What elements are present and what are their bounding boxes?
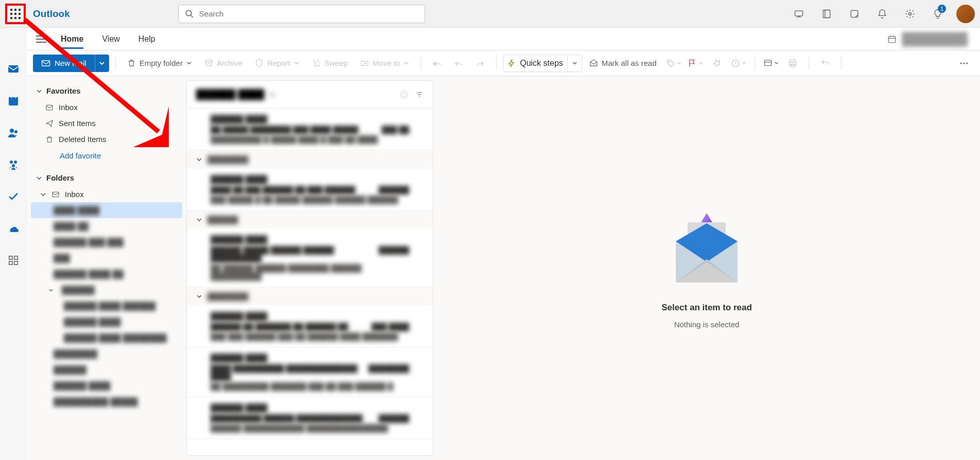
svg-point-36	[14, 161, 17, 164]
favorites-inbox[interactable]: Inbox	[31, 99, 182, 115]
separator	[496, 57, 497, 70]
quick-steps-button[interactable]: Quick steps	[503, 55, 582, 72]
chevron-down-icon	[196, 156, 202, 163]
reply-button[interactable]	[449, 55, 468, 72]
message-group-header[interactable]: ██████	[187, 210, 433, 229]
folders-header[interactable]: Folders	[31, 169, 182, 186]
svg-point-27	[966, 62, 968, 64]
report-button[interactable]: Report	[250, 55, 305, 72]
archive-button[interactable]: Archive	[199, 55, 248, 72]
rail-calendar-icon[interactable]	[3, 91, 24, 111]
subfolder-item[interactable]: ████ ████	[31, 202, 182, 218]
chevron-down-icon	[404, 60, 409, 66]
archive-icon	[204, 59, 213, 67]
subfolder-item[interactable]: ████ ██	[31, 218, 182, 234]
subfolder-item[interactable]: ██████████ █████	[31, 394, 182, 410]
message-item[interactable]: ██████ ████ ██████ ██ ███████ ██ ██████ …	[187, 306, 433, 347]
message-item[interactable]: ██████ ████ ██████████ ██████ ██████████…	[187, 397, 433, 439]
svg-rect-30	[9, 97, 18, 100]
notes-icon[interactable]	[842, 2, 867, 26]
subfolder-item[interactable]: ██████ ███ ███	[31, 234, 182, 250]
onenote-icon[interactable]	[814, 2, 839, 26]
svg-rect-28	[8, 65, 19, 73]
new-mail-button[interactable]: New mail	[33, 55, 95, 72]
rail-todo-icon[interactable]	[3, 186, 24, 207]
lightning-icon	[507, 59, 516, 67]
svg-point-37	[12, 164, 15, 167]
browser-button[interactable]	[761, 55, 781, 72]
empty-folder-button[interactable]: Empty folder	[122, 55, 197, 72]
svg-point-33	[10, 129, 14, 133]
settings-icon[interactable]	[898, 2, 922, 26]
rail-people-icon[interactable]	[3, 122, 24, 143]
mark-all-read-button[interactable]: Mark all as read	[584, 55, 662, 72]
hamburger-menu[interactable]	[31, 35, 51, 43]
print-button[interactable]	[783, 55, 802, 72]
svg-rect-5	[851, 10, 857, 17]
waffle-icon	[10, 9, 21, 19]
subfolder-item[interactable]: ██████ ████	[31, 378, 182, 394]
svg-rect-39	[14, 256, 18, 259]
move-to-button[interactable]: Move to	[355, 55, 414, 72]
subfolder-item[interactable]: ██████	[31, 282, 182, 298]
inbox-icon	[45, 103, 54, 112]
snooze-button[interactable]	[729, 55, 748, 72]
folders-inbox[interactable]: Inbox	[31, 186, 182, 202]
select-icon[interactable]	[400, 91, 408, 99]
tab-home[interactable]: Home	[61, 29, 83, 49]
rail-mail-icon[interactable]	[3, 59, 24, 79]
forward-button[interactable]	[470, 55, 490, 72]
teams-chat-icon[interactable]	[786, 2, 811, 26]
tips-badge: 1	[938, 5, 946, 13]
chevron-down-icon	[40, 191, 46, 198]
svg-point-6	[909, 12, 912, 15]
calendar-peek-icon[interactable]	[887, 34, 897, 44]
chevron-down-icon	[48, 288, 54, 293]
tab-help[interactable]: Help	[138, 29, 155, 49]
message-item[interactable]: ██████ ████ ████ ██████████ ████████████…	[187, 347, 433, 397]
search-box[interactable]	[178, 5, 425, 23]
subfolder-item[interactable]: ██████	[31, 362, 182, 378]
more-button[interactable]	[954, 55, 974, 72]
message-item[interactable]: ██████ ████ ██ █████ ████████ ███ ████ █…	[187, 109, 433, 150]
subfolder-item[interactable]: ██████ ████ ██████	[31, 298, 182, 314]
folder-pane: Favorites Inbox Sent Items Deleted Items…	[27, 76, 186, 460]
tab-view[interactable]: View	[102, 29, 119, 49]
app-title: Outlook	[33, 8, 70, 20]
favorites-deleted[interactable]: Deleted Items	[31, 131, 182, 147]
app-launcher-button[interactable]	[5, 4, 26, 24]
avatar[interactable]	[956, 5, 975, 23]
subfolder-item[interactable]: ███	[31, 250, 182, 266]
filter-icon[interactable]	[415, 91, 424, 99]
add-favorite-link[interactable]: Add favorite	[31, 147, 182, 164]
sweep-button[interactable]: Sweep	[307, 55, 353, 72]
message-item[interactable]: ██████ ████ ████ ██ ███ ██████ ██ ███ ██…	[187, 169, 433, 210]
new-mail-dropdown[interactable]	[95, 55, 109, 72]
tips-icon[interactable]: 1	[925, 2, 950, 26]
message-item[interactable]: ██████ ████ ██████ █████ ██████ ██████ █…	[187, 229, 433, 287]
undo-button[interactable]	[815, 55, 835, 72]
subfolder-item[interactable]: ██████ ████	[31, 314, 182, 330]
notifications-icon[interactable]	[870, 2, 895, 26]
subfolder-item[interactable]: ██████ ████ ████████	[31, 330, 182, 346]
favorites-header[interactable]: Favorites	[31, 82, 182, 99]
chevron-down-icon	[196, 217, 202, 223]
message-group-header[interactable]: ████████	[187, 287, 433, 306]
favorites-sent[interactable]: Sent Items	[31, 115, 182, 131]
subfolder-item[interactable]: ██████ ████ ██	[31, 266, 182, 282]
rail-more-apps-icon[interactable]	[3, 250, 24, 271]
message-group-header[interactable]: ████████	[187, 150, 433, 169]
flag-button[interactable]	[686, 55, 705, 72]
search-input[interactable]	[199, 9, 418, 18]
shield-icon	[255, 59, 264, 67]
tag-button[interactable]	[664, 55, 684, 72]
svg-rect-3	[823, 10, 830, 17]
rail-groups-icon[interactable]	[3, 154, 24, 175]
subfolder-item[interactable]: ████████	[31, 346, 182, 362]
reply-all-button[interactable]	[427, 55, 447, 72]
pin-button[interactable]	[707, 55, 727, 72]
chevron-down-icon	[186, 60, 192, 66]
account-info-blurred: ██████████████████████████████	[902, 32, 968, 46]
rail-onedrive-icon[interactable]	[3, 218, 24, 239]
svg-rect-43	[52, 192, 59, 197]
